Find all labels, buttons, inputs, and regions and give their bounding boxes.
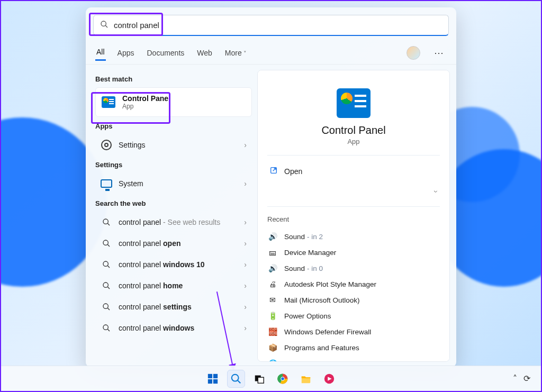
search-area [86, 7, 456, 40]
preview-subtitle: App [267, 138, 440, 145]
recent-item[interactable]: 📦Programs and Features [267, 340, 440, 355]
web-result[interactable]: control panel - See web results › [95, 212, 252, 233]
taskbar-explorer[interactable] [297, 370, 315, 388]
search-icon [101, 322, 112, 334]
svg-rect-17 [208, 379, 212, 383]
overflow-menu-icon[interactable]: ⋯ [431, 47, 447, 59]
svg-rect-16 [213, 373, 218, 378]
search-icon [101, 259, 112, 270]
svg-line-3 [107, 223, 110, 225]
search-icon [101, 216, 112, 228]
tab-more[interactable]: More [224, 45, 248, 60]
svg-point-8 [103, 282, 108, 287]
results-list: Best match Control Panel App Apps Settin… [86, 65, 255, 367]
preview-title: Control Panel [267, 124, 440, 136]
svg-rect-18 [213, 379, 218, 383]
taskbar-chrome[interactable] [274, 370, 292, 388]
svg-point-19 [232, 374, 239, 381]
web-result[interactable]: control panel open › [95, 233, 252, 254]
apps-header: Apps [95, 122, 252, 130]
settings-result-system[interactable]: System › [95, 173, 252, 194]
recent-item[interactable]: 🌐Network and Sharing Center [267, 355, 440, 362]
tab-web[interactable]: Web [196, 45, 213, 60]
svg-line-9 [107, 287, 110, 289]
svg-line-20 [238, 380, 240, 383]
tab-apps[interactable]: Apps [116, 45, 136, 60]
start-search-panel: All Apps Documents Web More ⋯ Best match… [86, 7, 456, 367]
chevron-right-icon: › [244, 324, 247, 332]
search-web-header: Search the web [95, 199, 252, 207]
search-icon [100, 20, 109, 31]
chevron-right-icon: › [244, 239, 247, 248]
result-label: System [119, 179, 244, 188]
best-match-header: Best match [95, 75, 252, 83]
result-label: control panel - See web results [119, 218, 244, 226]
sync-icon[interactable]: ⟳ [523, 373, 530, 384]
power-icon: 🔋 [267, 311, 278, 321]
result-label: Settings [119, 141, 244, 149]
svg-point-26 [281, 377, 284, 380]
apps-result-settings[interactable]: Settings › [95, 134, 252, 156]
web-result[interactable]: control panel windows › [95, 317, 252, 339]
recent-item[interactable]: ✉Mail (Microsoft Outlook) [267, 292, 440, 308]
result-title: Control Panel [122, 94, 246, 103]
recent-header: Recent [267, 215, 440, 223]
sound-icon: 🔊 [267, 263, 278, 274]
chevron-right-icon: › [244, 179, 247, 188]
result-subtitle: App [122, 103, 246, 110]
svg-point-12 [103, 325, 108, 330]
web-result[interactable]: control panel settings › [95, 296, 252, 317]
taskbar-app[interactable] [320, 370, 338, 388]
chevron-right-icon: › [244, 303, 247, 311]
result-label: control panel open [119, 239, 244, 248]
svg-point-0 [101, 21, 106, 26]
start-button[interactable] [204, 370, 222, 388]
control-panel-icon [101, 95, 116, 110]
tab-all[interactable]: All [95, 44, 106, 61]
chevron-right-icon: › [244, 281, 247, 290]
recent-item[interactable]: 🔊Sound- in 0 [267, 260, 440, 276]
recent-item[interactable]: 🔊Sound- in 2 [267, 229, 440, 244]
task-view-button[interactable] [250, 370, 268, 388]
recent-item[interactable]: 🖴Device Manager [267, 244, 440, 260]
svg-line-11 [107, 308, 110, 310]
preview-pane: Control Panel App Open › Recent 🔊Sound- … [257, 70, 450, 362]
recent-item[interactable]: 🔋Power Options [267, 308, 440, 324]
chevron-up-icon[interactable]: ˄ [513, 373, 517, 384]
expand-actions[interactable]: › [267, 182, 440, 201]
best-match-result[interactable]: Control Panel App [95, 87, 252, 117]
tab-documents[interactable]: Documents [146, 45, 185, 60]
search-input[interactable] [114, 21, 442, 30]
search-box[interactable] [93, 15, 449, 36]
recent-item[interactable]: 🖨Autodesk Plot Style Manager [267, 276, 440, 292]
web-result[interactable]: control panel windows 10 › [95, 254, 252, 275]
user-avatar[interactable] [406, 46, 420, 60]
svg-line-7 [107, 266, 110, 268]
recent-item[interactable]: 🧱Windows Defender Firewall [267, 324, 440, 340]
chevron-down-icon: › [432, 190, 441, 193]
filter-tabs: All Apps Documents Web More ⋯ [86, 40, 456, 65]
svg-line-13 [107, 329, 110, 331]
programs-icon: 📦 [267, 342, 278, 353]
sound-icon: 🔊 [267, 231, 278, 242]
open-label: Open [284, 167, 438, 176]
taskbar-search-button[interactable] [227, 370, 245, 388]
svg-line-1 [105, 25, 107, 28]
divider [267, 155, 440, 156]
chevron-right-icon: › [244, 141, 247, 149]
chevron-right-icon: › [244, 218, 247, 226]
result-label: control panel settings [119, 303, 244, 311]
open-action[interactable]: Open [267, 161, 440, 182]
printer-icon: 🖨 [267, 279, 278, 289]
divider [267, 206, 440, 207]
svg-line-5 [107, 244, 110, 247]
network-icon: 🌐 [267, 358, 278, 362]
svg-rect-22 [258, 377, 264, 383]
settings-header: Settings [95, 161, 252, 169]
result-label: control panel home [119, 281, 244, 290]
search-icon [101, 238, 112, 249]
svg-point-6 [103, 261, 108, 266]
system-tray[interactable]: ˄ ⟳ [513, 373, 530, 384]
svg-point-2 [103, 219, 108, 224]
web-result[interactable]: control panel home › [95, 275, 252, 296]
